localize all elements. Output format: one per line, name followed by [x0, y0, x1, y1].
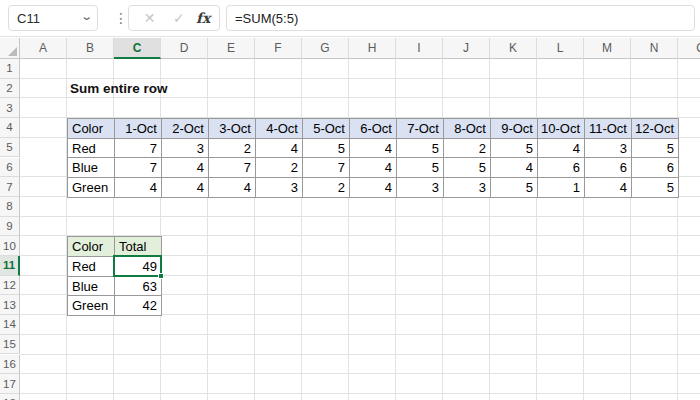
worksheet-gridlines[interactable]	[20, 59, 700, 400]
header-cell[interactable]: 10-Oct	[538, 119, 585, 139]
cell[interactable]: 7	[115, 158, 162, 178]
cell[interactable]: 3	[397, 178, 444, 198]
header-cell[interactable]: 2-Oct	[162, 119, 209, 139]
row-header-10[interactable]: 10	[0, 236, 20, 256]
column-header-G[interactable]: G	[302, 38, 349, 59]
cell[interactable]: 4	[115, 178, 162, 198]
formula-bar-input[interactable]: =SUM(5:5)	[226, 5, 695, 31]
column-header-M[interactable]: M	[584, 38, 631, 59]
column-header-I[interactable]: I	[396, 38, 443, 59]
cell[interactable]: Green	[68, 296, 115, 316]
select-all-corner[interactable]	[0, 38, 20, 59]
row-header-17[interactable]: 17	[0, 374, 20, 394]
fill-handle[interactable]	[158, 273, 164, 279]
header-cell[interactable]: Color	[68, 119, 115, 139]
chevron-down-icon[interactable]: ⌄	[80, 10, 93, 23]
cell[interactable]: 4	[585, 178, 632, 198]
cell[interactable]: 4	[162, 158, 209, 178]
cell[interactable]: 5	[632, 178, 679, 198]
header-cell[interactable]: 4-Oct	[256, 119, 303, 139]
row-header-16[interactable]: 16	[0, 355, 20, 375]
cell[interactable]: 5	[303, 139, 350, 159]
cell[interactable]: 42	[115, 296, 162, 316]
row-header-7[interactable]: 7	[0, 177, 20, 197]
cell[interactable]: 4	[256, 139, 303, 159]
row-header-6[interactable]: 6	[0, 158, 20, 178]
cell[interactable]: 5	[444, 158, 491, 178]
cell[interactable]: 4	[350, 158, 397, 178]
cell[interactable]: 6	[538, 158, 585, 178]
row-header-9[interactable]: 9	[0, 217, 20, 237]
cell[interactable]: 4	[491, 158, 538, 178]
column-header-E[interactable]: E	[208, 38, 255, 59]
cell[interactable]: 4	[162, 178, 209, 198]
header-cell[interactable]: 5-Oct	[303, 119, 350, 139]
row-header-8[interactable]: 8	[0, 197, 20, 217]
cell[interactable]: 3	[444, 178, 491, 198]
cell[interactable]: 5	[632, 139, 679, 159]
header-cell[interactable]: 3-Oct	[209, 119, 256, 139]
cell[interactable]: 2	[209, 139, 256, 159]
cell[interactable]: 4	[350, 178, 397, 198]
header-cell[interactable]: 12-Oct	[632, 119, 679, 139]
cell[interactable]: 4	[209, 178, 256, 198]
cell[interactable]: 2	[256, 158, 303, 178]
cell[interactable]: Blue	[68, 158, 115, 178]
row-header-5[interactable]: 5	[0, 138, 20, 158]
header-cell[interactable]: 1-Oct	[115, 119, 162, 139]
cancel-icon[interactable]: ✕	[138, 10, 162, 26]
cell[interactable]: 4	[350, 139, 397, 159]
header-cell[interactable]: Color	[68, 237, 115, 257]
column-header-A[interactable]: A	[20, 38, 67, 59]
name-box-value[interactable]: C11	[17, 11, 40, 26]
cell[interactable]: 2	[303, 178, 350, 198]
row-header-11[interactable]: 11	[0, 256, 20, 276]
column-header-C[interactable]: C	[114, 38, 161, 59]
cell[interactable]: 3	[162, 139, 209, 159]
column-header-O[interactable]: O	[678, 38, 700, 59]
column-header-K[interactable]: K	[490, 38, 537, 59]
cell[interactable]: Green	[68, 178, 115, 198]
header-cell[interactable]: 8-Oct	[444, 119, 491, 139]
row-header-1[interactable]: 1	[0, 59, 20, 79]
row-header-12[interactable]: 12	[0, 276, 20, 296]
row-header-18[interactable]: 18	[0, 394, 20, 400]
cell[interactable]: 1	[538, 178, 585, 198]
cell[interactable]: 6	[585, 158, 632, 178]
row-header-4[interactable]: 4	[0, 118, 20, 138]
cell[interactable]: 3	[585, 139, 632, 159]
row-header-13[interactable]: 13	[0, 295, 20, 315]
header-cell[interactable]: 6-Oct	[350, 119, 397, 139]
insert-function-icon[interactable]: fx	[196, 10, 210, 26]
cell[interactable]: 2	[444, 139, 491, 159]
cell[interactable]: 63	[115, 277, 162, 297]
cell[interactable]: 3	[256, 178, 303, 198]
row-header-2[interactable]: 2	[0, 79, 20, 99]
header-cell[interactable]: 9-Oct	[491, 119, 538, 139]
enter-icon[interactable]: ✓	[167, 10, 191, 26]
row-header-3[interactable]: 3	[0, 98, 20, 118]
row-header-15[interactable]: 15	[0, 335, 20, 355]
sheet-title-cell[interactable]: Sum entire row	[70, 79, 168, 99]
cell[interactable]: 7	[209, 158, 256, 178]
cell[interactable]: 7	[115, 139, 162, 159]
row-header-14[interactable]: 14	[0, 315, 20, 335]
column-header-H[interactable]: H	[349, 38, 396, 59]
column-header-F[interactable]: F	[255, 38, 302, 59]
column-header-N[interactable]: N	[631, 38, 678, 59]
name-box[interactable]: C11 ⌄	[8, 5, 98, 31]
cell[interactable]: 6	[632, 158, 679, 178]
cell[interactable]: 4	[538, 139, 585, 159]
cell[interactable]: Red	[68, 139, 115, 159]
cell[interactable]: 5	[491, 178, 538, 198]
column-header-D[interactable]: D	[161, 38, 208, 59]
column-header-B[interactable]: B	[67, 38, 114, 59]
header-cell[interactable]: 11-Oct	[585, 119, 632, 139]
header-cell[interactable]: 7-Oct	[397, 119, 444, 139]
column-header-L[interactable]: L	[537, 38, 584, 59]
cell[interactable]: 5	[491, 139, 538, 159]
cell[interactable]: Red	[68, 257, 115, 277]
cell[interactable]: Blue	[68, 277, 115, 297]
cell[interactable]: 5	[397, 139, 444, 159]
cell[interactable]: 7	[303, 158, 350, 178]
